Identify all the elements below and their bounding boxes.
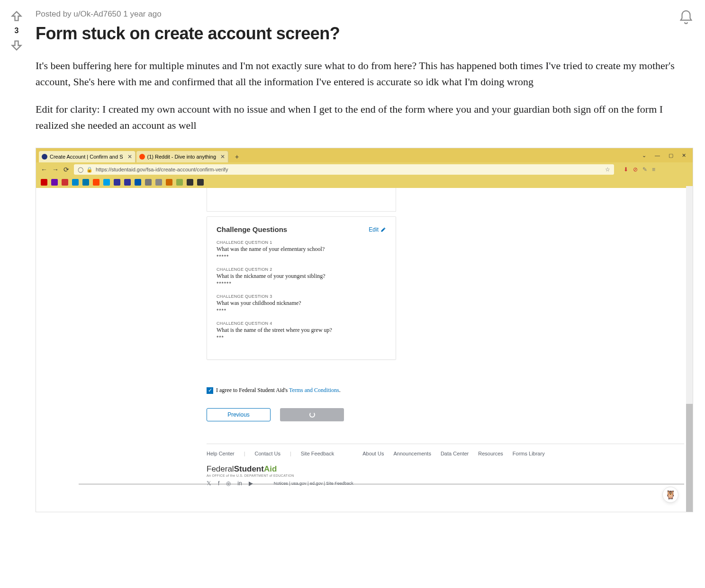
footer-link[interactable]: About Us (362, 451, 384, 456)
edit-button[interactable]: Edit (369, 226, 386, 233)
bookmark-item[interactable] (145, 179, 152, 186)
browser-tab-bar: Create Account | Confirm and S ✕ (1) Red… (36, 148, 693, 162)
bookmark-item[interactable] (155, 179, 162, 186)
minimize-icon[interactable]: — (655, 152, 660, 158)
browser-tab-2[interactable]: (1) Reddit - Dive into anything ✕ (136, 151, 229, 162)
footer-link[interactable]: Announcements (393, 451, 431, 456)
prev-card-bottom (207, 188, 396, 212)
chevron-down-icon[interactable]: ⌄ (642, 152, 646, 159)
challenge-questions-card: Challenge Questions Edit CHALLENGE QUEST… (207, 216, 396, 360)
extension-icon[interactable]: ⬇ (624, 166, 628, 173)
notification-bell-icon[interactable] (678, 9, 694, 27)
vote-score: 3 (15, 27, 19, 35)
social-icon[interactable]: f (218, 480, 219, 487)
bookmark-item[interactable] (176, 179, 183, 186)
maximize-icon[interactable]: ▢ (669, 152, 673, 159)
extension-icon[interactable]: ✎ (642, 166, 647, 173)
bookmark-item[interactable] (197, 179, 204, 186)
challenge-question: CHALLENGE QUESTION 2What is the nickname… (217, 267, 386, 286)
address-bar[interactable]: ◯ 🔒 https://studentaid.gov/fsa-id/create… (74, 164, 614, 175)
upvote-icon[interactable] (10, 9, 23, 23)
close-icon[interactable]: ✕ (220, 153, 225, 160)
bookmark-item[interactable] (72, 179, 79, 186)
edit-icon (380, 227, 386, 232)
browser-tab-1[interactable]: Create Account | Confirm and S ✕ (39, 151, 136, 162)
post-meta: Posted by u/Ok-Ad7650 1 year ago (36, 9, 693, 19)
bookmark-item[interactable] (135, 179, 141, 186)
bookmark-item[interactable] (187, 179, 193, 186)
spinner-icon (309, 412, 315, 418)
forward-button[interactable]: → (52, 166, 59, 173)
close-window-icon[interactable]: ✕ (682, 152, 686, 159)
post-body-1: It's been buffering here for multiple mi… (36, 58, 693, 90)
challenge-question: CHALLENGE QUESTION 1What was the name of… (217, 240, 386, 259)
bookmark-item[interactable] (62, 179, 68, 186)
post-title: Form stuck on create account screen? (36, 24, 693, 44)
card-title: Challenge Questions (217, 225, 287, 233)
menu-icon[interactable]: ≡ (652, 166, 655, 173)
bookmark-item[interactable] (124, 179, 131, 186)
footer-links: Help Center|Contact Us|Site FeedbackAbou… (207, 444, 684, 456)
challenge-question: CHALLENGE QUESTION 3What was your childh… (217, 294, 386, 313)
lock-icon: 🔒 (86, 167, 93, 173)
bookmark-item[interactable] (93, 179, 99, 186)
challenge-question: CHALLENGE QUESTION 4What is the name of … (217, 321, 386, 340)
terms-checkbox-row: ✓ I agree to Federal Student Aid's Terms… (207, 387, 341, 394)
reload-button[interactable]: ⟳ (63, 166, 69, 173)
social-icon[interactable]: ▶ (249, 480, 253, 487)
submit-button-loading[interactable] (280, 408, 344, 421)
post-body-2: Edit for clarity: I created my own accou… (36, 101, 693, 134)
footer-link[interactable]: Site Feedback (301, 451, 334, 456)
back-button[interactable]: ← (41, 166, 47, 173)
author-link[interactable]: u/Ok-Ad7650 (73, 9, 121, 18)
social-icon[interactable]: in (237, 480, 242, 487)
footer-link[interactable]: Data Center (441, 451, 469, 456)
previous-button[interactable]: Previous (207, 408, 271, 421)
embedded-screenshot[interactable]: Create Account | Confirm and S ✕ (1) Red… (36, 148, 693, 512)
bookmark-item[interactable] (166, 179, 172, 186)
bookmark-item[interactable] (114, 179, 120, 186)
footer-link[interactable]: Help Center (207, 451, 235, 456)
inner-scrollbar[interactable] (686, 186, 693, 512)
social-icon[interactable]: 𝕏 (207, 480, 211, 487)
close-icon[interactable]: ✕ (127, 153, 132, 160)
bookmark-item[interactable] (103, 179, 110, 186)
extension-icon[interactable]: ⊘ (633, 166, 638, 173)
terms-checkbox[interactable]: ✓ (207, 387, 213, 394)
footer-link[interactable]: Forms Library (513, 451, 545, 456)
bookmark-item[interactable] (82, 179, 89, 186)
bookmark-item[interactable] (41, 179, 47, 186)
terms-link[interactable]: Terms and Conditions (289, 387, 339, 393)
new-tab-button[interactable]: + (232, 153, 242, 160)
bookmark-item[interactable] (51, 179, 58, 186)
fsa-logo: FederalStudentAid (207, 464, 684, 474)
footer-link[interactable]: Resources (478, 451, 503, 456)
bookmark-star-icon[interactable]: ☆ (605, 166, 610, 173)
footer-link[interactable]: Contact Us (255, 451, 280, 456)
social-icon[interactable]: ◎ (226, 480, 231, 487)
downvote-icon[interactable] (10, 39, 23, 52)
shield-icon: ◯ (78, 167, 83, 173)
footer-notices[interactable]: Notices | usa.gov | ed.gov | Site Feedba… (274, 481, 353, 486)
bookmarks-bar (36, 177, 693, 188)
chat-assistant-icon[interactable]: 🦉 (662, 487, 678, 503)
